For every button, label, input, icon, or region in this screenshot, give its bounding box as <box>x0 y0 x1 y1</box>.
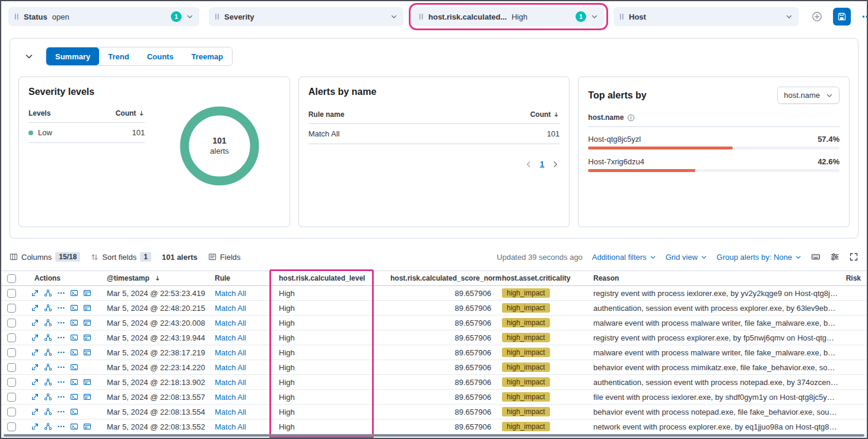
criticality-column-header[interactable]: host.asset.criticality <box>496 274 586 282</box>
rule-link[interactable]: Match All <box>215 333 246 342</box>
expand-alert-icon[interactable] <box>31 408 39 416</box>
session-view-icon[interactable] <box>70 348 78 357</box>
session-view-icon[interactable] <box>70 319 78 327</box>
select-all-checkbox[interactable] <box>7 274 16 283</box>
row-checkbox[interactable] <box>7 408 16 416</box>
row-checkbox[interactable] <box>7 393 16 402</box>
fields-button[interactable]: Fields <box>208 253 241 262</box>
session-view-icon[interactable] <box>70 378 78 386</box>
count-column-header[interactable]: Count <box>530 110 560 119</box>
group-alerts-button[interactable]: Group alerts by: None <box>717 253 802 262</box>
expand-alert-icon[interactable] <box>31 304 39 312</box>
expand-alert-icon[interactable] <box>31 378 39 386</box>
row-checkbox[interactable] <box>7 319 16 327</box>
more-actions-icon[interactable] <box>57 422 65 431</box>
top-alerts-field-select[interactable]: host.name <box>777 87 840 104</box>
investigate-timeline-icon[interactable] <box>83 378 91 386</box>
row-checkbox[interactable] <box>7 289 16 298</box>
tab-summary[interactable]: Summary <box>46 47 99 65</box>
host-name[interactable]: Host-qtg8jc5yzl <box>588 135 641 144</box>
analyze-event-icon[interactable] <box>44 333 52 342</box>
investigate-timeline-icon[interactable] <box>83 393 91 401</box>
risk-score-column-header[interactable]: host.risk.calculated_score_norm <box>373 274 496 282</box>
tab-counts[interactable]: Counts <box>138 47 183 65</box>
row-checkbox[interactable] <box>7 333 16 342</box>
more-actions-icon[interactable] <box>57 289 65 297</box>
rule-link[interactable]: Match All <box>215 393 246 402</box>
tab-trend[interactable]: Trend <box>99 47 138 65</box>
filter-host-risk-calculated[interactable]: host.risk.calculated...High1 <box>413 7 604 26</box>
rule-link[interactable]: Match All <box>215 363 246 372</box>
next-page-icon[interactable] <box>551 160 559 168</box>
count-column-header[interactable]: Count <box>116 109 145 117</box>
session-view-icon[interactable] <box>70 422 78 431</box>
sort-fields-button[interactable]: Sort fields 1 <box>91 252 151 262</box>
filter-severity[interactable]: Severity <box>209 7 403 26</box>
investigate-timeline-icon[interactable] <box>83 422 91 431</box>
prev-page-icon[interactable] <box>524 160 533 168</box>
expand-alert-icon[interactable] <box>31 363 39 371</box>
analyze-event-icon[interactable] <box>44 319 52 327</box>
more-actions-icon[interactable] <box>57 319 65 327</box>
row-checkbox[interactable] <box>7 304 16 313</box>
filter-status[interactable]: Statusopen1 <box>8 7 199 26</box>
controls-menu-icon[interactable] <box>858 8 868 26</box>
more-actions-icon[interactable] <box>57 378 65 386</box>
more-actions-icon[interactable] <box>57 304 65 312</box>
add-control-button[interactable] <box>808 8 826 26</box>
expand-alert-icon[interactable] <box>31 393 39 401</box>
grid-view-button[interactable]: Grid view <box>666 253 707 262</box>
analyze-event-icon[interactable] <box>44 348 52 357</box>
rule-link[interactable]: Match All <box>215 422 246 431</box>
rule-link[interactable]: Match All <box>215 378 246 387</box>
row-checkbox[interactable] <box>7 363 16 372</box>
more-actions-icon[interactable] <box>57 333 65 342</box>
additional-filters-button[interactable]: Additional filters <box>592 253 656 262</box>
host-name[interactable]: Host-7xrig6dzu4 <box>588 157 644 166</box>
fullscreen-icon[interactable] <box>849 252 859 262</box>
row-checkbox[interactable] <box>7 422 16 431</box>
session-view-icon[interactable] <box>70 393 78 401</box>
more-actions-icon[interactable] <box>57 408 65 416</box>
horizontal-scrollbar[interactable] <box>4 434 864 437</box>
rule-column-header[interactable]: Rule <box>212 274 271 282</box>
risk-level-column-header[interactable]: host.risk.calculated_level <box>271 274 373 282</box>
tab-treemap[interactable]: Treemap <box>182 47 231 65</box>
collapse-chevron-icon[interactable] <box>24 52 34 61</box>
more-actions-icon[interactable] <box>57 393 65 401</box>
timestamp-column-header[interactable]: @timestamp <box>103 274 212 282</box>
investigate-timeline-icon[interactable] <box>83 319 91 327</box>
filter-host[interactable]: Host <box>613 7 799 26</box>
investigate-timeline-icon[interactable] <box>83 348 91 357</box>
save-controls-button[interactable] <box>833 8 851 26</box>
analyze-event-icon[interactable] <box>44 363 52 371</box>
display-options-icon[interactable] <box>830 252 840 262</box>
row-checkbox[interactable] <box>7 348 16 357</box>
rule-link[interactable]: Match All <box>215 408 246 416</box>
analyze-event-icon[interactable] <box>44 289 52 297</box>
investigate-timeline-icon[interactable] <box>83 304 91 312</box>
reason-column-header[interactable]: Reason <box>586 274 838 282</box>
expand-alert-icon[interactable] <box>31 422 39 431</box>
keyboard-shortcuts-icon[interactable] <box>811 252 821 262</box>
rule-link[interactable]: Match All <box>215 319 246 327</box>
session-view-icon[interactable] <box>70 333 78 342</box>
more-actions-icon[interactable] <box>57 348 65 357</box>
session-view-icon[interactable] <box>70 289 78 297</box>
rule-link[interactable]: Match All <box>215 289 246 298</box>
page-number[interactable]: 1 <box>540 160 544 168</box>
expand-alert-icon[interactable] <box>31 289 39 297</box>
session-view-icon[interactable] <box>70 363 78 371</box>
row-checkbox[interactable] <box>7 378 16 387</box>
session-view-icon[interactable] <box>70 408 78 416</box>
investigate-timeline-icon[interactable] <box>83 333 91 342</box>
expand-alert-icon[interactable] <box>31 319 39 327</box>
session-view-icon[interactable] <box>70 304 78 312</box>
analyze-event-icon[interactable] <box>44 304 52 312</box>
expand-alert-icon[interactable] <box>31 348 39 357</box>
rule-link[interactable]: Match All <box>215 304 246 313</box>
more-actions-icon[interactable] <box>57 363 65 371</box>
analyze-event-icon[interactable] <box>44 393 52 401</box>
expand-alert-icon[interactable] <box>31 333 39 342</box>
columns-button[interactable]: Columns 15/18 <box>9 252 80 262</box>
